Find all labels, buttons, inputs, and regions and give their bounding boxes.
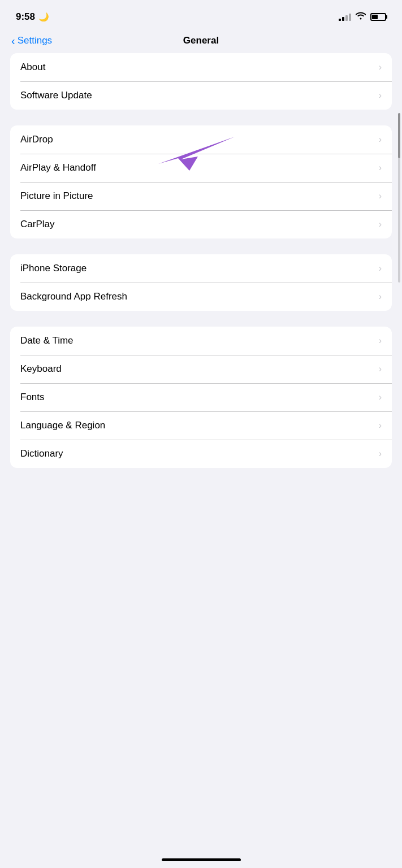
settings-group-1: About › Software Update › [10,53,392,110]
carplay-row[interactable]: CarPlay › [10,210,392,238]
background-app-refresh-chevron: › [379,292,382,302]
back-chevron-icon: ‹ [11,35,15,46]
settings-group-3: iPhone Storage › Background App Refresh … [10,254,392,311]
keyboard-row[interactable]: Keyboard › [10,355,392,383]
language-region-chevron: › [379,420,382,431]
nav-bar: ‹ Settings General [0,31,402,53]
moon-icon: 🌙 [38,12,49,22]
fonts-chevron: › [379,392,382,402]
keyboard-chevron: › [379,364,382,374]
fonts-label: Fonts [20,392,45,403]
date-time-row[interactable]: Date & Time › [10,327,392,355]
background-app-refresh-row[interactable]: Background App Refresh › [10,283,392,311]
settings-group-4: Date & Time › Keyboard › Fonts › Languag… [10,327,392,468]
airplay-handoff-chevron: › [379,163,382,173]
software-update-chevron: › [379,90,382,101]
language-region-label: Language & Region [20,420,105,431]
language-region-row[interactable]: Language & Region › [10,411,392,440]
iphone-storage-chevron: › [379,263,382,274]
background-app-refresh-label: Background App Refresh [20,291,127,302]
time-display: 9:58 [16,11,35,23]
back-button[interactable]: ‹ Settings [11,35,52,46]
scroll-area: About › Software Update › AirDrop › AirP… [0,53,402,506]
date-time-chevron: › [379,336,382,346]
home-indicator [162,858,241,861]
about-label: About [20,62,45,73]
scrollbar-thumb [398,113,400,158]
iphone-storage-label: iPhone Storage [20,263,87,274]
airdrop-label: AirDrop [20,134,53,145]
page-title: General [183,35,219,46]
status-time: 9:58 🌙 [16,11,49,23]
keyboard-label: Keyboard [20,363,62,375]
status-icons [339,12,386,22]
carplay-label: CarPlay [20,219,54,230]
scrollbar-track[interactable] [398,113,400,283]
picture-in-picture-chevron: › [379,191,382,201]
wifi-icon [356,12,366,22]
picture-in-picture-label: Picture in Picture [20,190,93,202]
dictionary-chevron: › [379,449,382,459]
battery-icon [370,13,386,21]
airplay-handoff-row[interactable]: AirPlay & Handoff › [10,154,392,182]
signal-icon [339,13,351,21]
fonts-row[interactable]: Fonts › [10,383,392,411]
about-row[interactable]: About › [10,53,392,81]
dictionary-label: Dictionary [20,448,63,459]
software-update-label: Software Update [20,90,92,101]
airdrop-chevron: › [379,134,382,145]
dictionary-row[interactable]: Dictionary › [10,440,392,468]
date-time-label: Date & Time [20,335,74,346]
back-label: Settings [18,35,52,46]
software-update-row[interactable]: Software Update › [10,81,392,110]
airplay-handoff-label: AirPlay & Handoff [20,162,96,173]
status-bar: 9:58 🌙 [0,0,402,31]
settings-group-2: AirDrop › AirPlay & Handoff › Picture in… [10,125,392,238]
airdrop-row[interactable]: AirDrop › [10,125,392,154]
iphone-storage-row[interactable]: iPhone Storage › [10,254,392,283]
carplay-chevron: › [379,219,382,229]
picture-in-picture-row[interactable]: Picture in Picture › [10,182,392,210]
about-chevron: › [379,62,382,72]
